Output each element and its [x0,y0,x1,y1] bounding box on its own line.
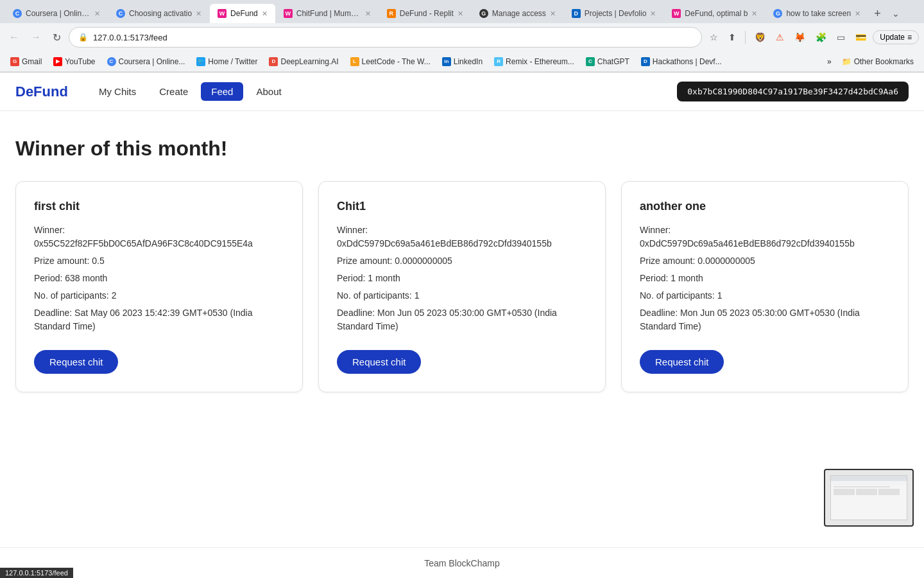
card-period-1: Period: 1 month [337,272,587,285]
bookmark-linkedin[interactable]: in LinkedIn [437,55,488,68]
card-winner-1: Winner: 0xDdC5979Dc69a5a461eBdEB86d792cD… [337,223,587,250]
cards-grid: first chit Winner: 0x55C522f82FF5bD0C65A… [15,181,909,392]
card-title-1: Chit1 [337,200,587,213]
tab-github[interactable]: G Manage access ✕ [472,4,563,23]
tab-close-icon[interactable]: ✕ [650,10,656,18]
chit-card-0: first chit Winner: 0x55C522f82FF5bD0C65A… [15,181,303,392]
bookmark-deeplearning[interactable]: D DeepLearning.AI [264,55,343,68]
bookmarks-bar: G Gmail ▶ YouTube C Coursera | Online...… [0,51,924,72]
tab-close-icon[interactable]: ✕ [365,10,371,18]
nav-feed[interactable]: Feed [201,82,243,101]
tab-choosing[interactable]: C Choosing activatio ✕ [108,4,209,23]
address-bar[interactable]: 🔒 127.0.0.1:5173/feed [69,27,702,48]
nav-create[interactable]: Create [149,82,198,101]
update-button[interactable]: Update ≡ [873,30,919,44]
card-period-2: Period: 1 month [640,272,890,285]
toolbar-icons: ☆ ⬆ 🦁 ⚠ 🦊 🧩 ▭ 💳 Update ≡ [706,30,919,45]
bookmark-twitter[interactable]: 🐦 Home / Twitter [191,55,262,68]
status-bar: 127.0.0.1:5173/feed [0,568,73,578]
nav-about[interactable]: About [246,82,291,101]
app-container: DeFund My Chits Create Feed About 0xb7bC… [0,73,924,578]
bookmark-other-bookmarks[interactable]: 📁 Other Bookmarks [837,55,919,68]
wallet-address-button[interactable]: 0xb7bC81990D804C97a1917Be39F3427d42bdC9A… [677,82,909,101]
chevron-down-icon: ≡ [907,33,912,42]
chit-card-2: another one Winner: 0xDdC5979Dc69a5a461e… [621,181,909,392]
puzzle-icon[interactable]: 🧩 [812,30,830,45]
tab-devfolio[interactable]: D Projects | Devfolio ✕ [564,4,664,23]
card-deadline-1: Deadline: Mon Jun 05 2023 05:30:00 GMT+0… [337,306,587,333]
sidebar-icon[interactable]: ▭ [833,30,849,45]
app-logo[interactable]: DeFund [15,83,68,100]
bookmarks-more-button[interactable]: » [823,55,835,68]
tab-close-icon[interactable]: ✕ [751,10,757,18]
card-winner-0: Winner: 0x55C522f82FF5bD0C65AfDA96F3C8c4… [34,223,284,250]
navbar: DeFund My Chits Create Feed About 0xb7bC… [0,73,924,111]
request-chit-button-0[interactable]: Request chit [34,350,118,374]
browser-chrome: C Coursera | Online C ✕ C Choosing activ… [0,0,924,73]
tab-replit[interactable]: R DeFund - Replit ✕ [379,4,471,23]
tab-chitfund[interactable]: W ChitFund | Mumbai ✕ [276,4,379,23]
bookmark-leetcode[interactable]: L LeetCode - The W... [345,55,436,68]
main-content: Winner of this month! first chit Winner:… [0,111,924,547]
tab-close-icon[interactable]: ✕ [94,10,100,18]
tab-close-icon[interactable]: ✕ [855,10,860,18]
tab-close-icon[interactable]: ✕ [262,10,268,18]
tab-defund[interactable]: W DeFund ✕ [210,4,275,23]
thumbnail-overlay [824,469,914,527]
request-chit-button-2[interactable]: Request chit [640,350,724,374]
bookmark-coursera[interactable]: C Coursera | Online... [102,55,191,68]
tab-howto[interactable]: G how to take screen ✕ [766,4,868,23]
nav-my-chits[interactable]: My Chits [89,82,146,101]
tab-coursera[interactable]: C Coursera | Online C ✕ [5,4,108,23]
card-period-0: Period: 638 month [34,272,284,285]
bookmark-gmail[interactable]: G Gmail [5,55,47,68]
deeplearning-favicon: D [269,57,278,66]
folder-icon: 📁 [842,57,851,66]
bookmark-remix[interactable]: R Remix - Ethereum... [489,55,579,68]
bookmark-chatgpt[interactable]: C ChatGPT [581,55,635,68]
vpn-icon[interactable]: ⚠ [772,30,788,45]
url-text: 127.0.0.1:5173/feed [93,33,692,42]
card-deadline-0: Deadline: Sat May 06 2023 15:42:39 GMT+0… [34,306,284,333]
tab-optimal[interactable]: W DeFund, optimal b ✕ [664,4,765,23]
bookmark-youtube[interactable]: ▶ YouTube [48,55,100,68]
tab-close-icon[interactable]: ✕ [550,10,556,18]
card-winner-2: Winner: 0xDdC5979Dc69a5a461eBdEB86d792cD… [640,223,890,250]
chatgpt-favicon: C [586,57,595,66]
reload-button[interactable]: ↻ [49,29,65,46]
card-title-0: first chit [34,200,284,213]
card-title-2: another one [640,200,890,213]
navbar-links: My Chits Create Feed About [89,82,292,101]
forward-button[interactable]: → [27,29,45,46]
wallet-icon[interactable]: 💳 [851,30,870,45]
twitter-favicon: 🐦 [196,57,205,66]
coursera-favicon: C [107,57,116,66]
footer-text: Team BlockChamp [424,558,500,568]
divider [745,31,746,44]
lock-icon: 🔒 [78,33,88,42]
footer: Team BlockChamp [0,547,924,578]
tab-overflow-button[interactable]: ⌄ [887,6,905,21]
card-participants-2: No. of participants: 1 [640,289,890,302]
bookmark-hackathons[interactable]: D Hackathons | Devf... [636,55,727,68]
extension-icon[interactable]: 🦊 [791,30,809,45]
page-title: Winner of this month! [15,137,909,161]
bookmark-icon[interactable]: ☆ [706,30,722,45]
card-participants-1: No. of participants: 1 [337,289,587,302]
chit-card-1: Chit1 Winner: 0xDdC5979Dc69a5a461eBdEB86… [318,181,606,392]
card-prize-2: Prize amount: 0.0000000005 [640,254,890,268]
back-button[interactable]: ← [5,29,23,46]
leetcode-favicon: L [350,57,359,66]
brave-icon[interactable]: 🦁 [751,30,769,45]
new-tab-button[interactable]: + [869,4,886,23]
request-chit-button-1[interactable]: Request chit [337,350,421,374]
card-participants-0: No. of participants: 2 [34,289,284,302]
tab-close-icon[interactable]: ✕ [458,10,463,18]
share-icon[interactable]: ⬆ [724,30,740,45]
devfolio-favicon: D [641,57,650,66]
tab-close-icon[interactable]: ✕ [196,10,201,18]
tab-bar: C Coursera | Online C ✕ C Choosing activ… [0,0,924,23]
youtube-favicon: ▶ [53,57,62,66]
card-prize-0: Prize amount: 0.5 [34,254,284,268]
card-prize-1: Prize amount: 0.0000000005 [337,254,587,268]
